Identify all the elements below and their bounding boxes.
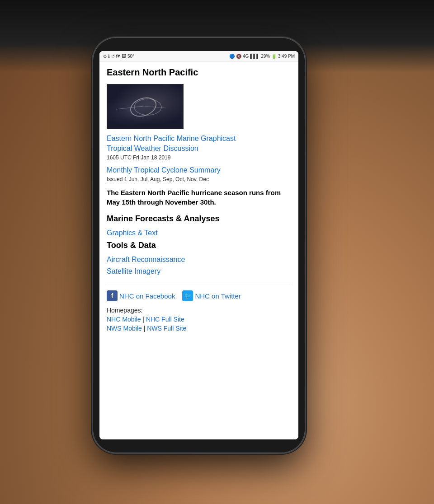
separator-1: | [142, 316, 146, 323]
nws-mobile-link[interactable]: NWS Mobile [107, 325, 142, 332]
aircraft-reconnaissance-link[interactable]: Aircraft Reconnaissance [107, 256, 291, 264]
status-left: ⊙ ℹ ↺ 🗺 🖼 50° [103, 54, 134, 59]
main-content: Eastern North Pacific Eastern North Paci… [99, 62, 298, 439]
marine-section-heading: Marine Forecasts & Analyses [107, 214, 291, 224]
twitter-icon: 🐦 [182, 290, 193, 301]
status-left-icons: ⊙ ℹ ↺ 🗺 🖼 50° [103, 54, 134, 59]
twitter-link[interactable]: 🐦 NHC on Twitter [182, 290, 241, 301]
hurricane-season-text: The Eastern North Pacific hurricane seas… [107, 188, 291, 207]
status-right: 🔵 🔇 4G ▌▌▌ 29% 🔋 3:49 PM [229, 54, 295, 59]
page-title: Eastern North Pacific [107, 67, 291, 78]
monthly-tropical-cyclone-summary-sub: Issued 1 Jun, Jul, Aug, Sep, Oct, Nov, D… [107, 176, 291, 182]
homepage-links-row1: NHC Mobile | NHC Full Site [107, 316, 291, 323]
tropical-weather-discussion-sub: 1605 UTC Fri Jan 18 2019 [107, 154, 291, 161]
phone-screen: ⊙ ℹ ↺ 🗺 🖼 50° 🔵 🔇 4G ▌▌▌ 29% 🔋 3:49 PM E… [99, 51, 298, 439]
svg-line-0 [116, 106, 143, 109]
facebook-link[interactable]: f NHC on Facebook [107, 290, 175, 301]
section-divider [107, 283, 291, 283]
social-row: f NHC on Facebook 🐦 NHC on Twitter [107, 290, 291, 301]
swirl-shape [127, 94, 159, 120]
nws-full-site-link[interactable]: NWS Full Site [147, 325, 186, 332]
monthly-tropical-cyclone-summary-link[interactable]: Monthly Tropical Cyclone Summary [107, 166, 291, 174]
svg-line-1 [143, 106, 166, 108]
svg-point-2 [134, 99, 161, 115]
twitter-label: NHC on Twitter [195, 292, 241, 300]
nhc-full-site-link[interactable]: NHC Full Site [146, 316, 184, 323]
satellite-thumbnail [107, 84, 184, 129]
facebook-icon: f [107, 290, 118, 301]
marine-graphicast-link[interactable]: Eastern North Pacific Marine Graphicast [107, 135, 291, 143]
phone-device: ⊙ ℹ ↺ 🗺 🖼 50° 🔵 🔇 4G ▌▌▌ 29% 🔋 3:49 PM E… [93, 37, 305, 453]
satellite-imagery-link[interactable]: Satellite Imagery [107, 267, 291, 275]
satellite-svg [107, 84, 184, 129]
status-bar: ⊙ ℹ ↺ 🗺 🖼 50° 🔵 🔇 4G ▌▌▌ 29% 🔋 3:49 PM [99, 51, 298, 62]
status-right-info: 🔵 🔇 4G ▌▌▌ 29% 🔋 3:49 PM [229, 54, 295, 59]
tools-section-heading: Tools & Data [107, 241, 291, 250]
homepages-label: Homepages: [107, 307, 291, 314]
graphics-text-link[interactable]: Graphics & Text [107, 229, 291, 237]
tropical-weather-discussion-link[interactable]: Tropical Weather Discussion [107, 145, 291, 153]
homepage-links-row2: NWS Mobile | NWS Full Site [107, 325, 291, 332]
facebook-label: NHC on Facebook [119, 292, 175, 300]
nhc-mobile-link[interactable]: NHC Mobile [107, 316, 141, 323]
